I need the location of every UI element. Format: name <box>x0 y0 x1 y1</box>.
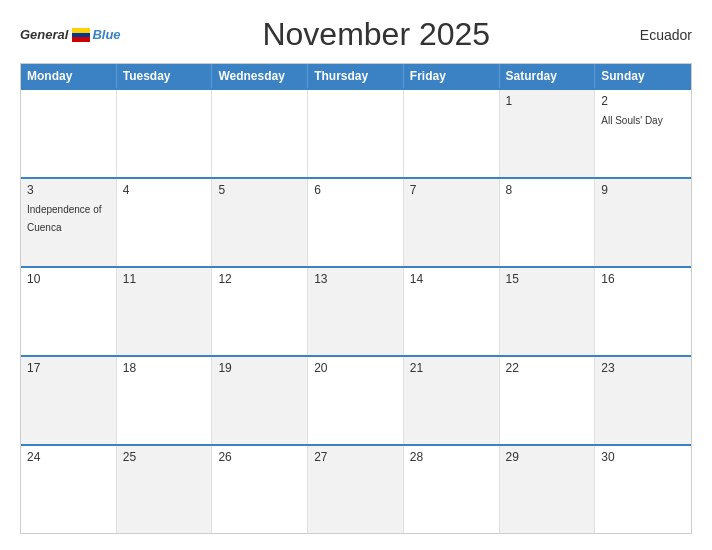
weekday-header: Thursday <box>308 64 404 88</box>
day-event: All Souls' Day <box>601 115 662 126</box>
calendar-body: 12All Souls' Day3Independence ofCuenca45… <box>21 88 691 533</box>
day-number: 1 <box>506 94 589 108</box>
day-number: 29 <box>506 450 589 464</box>
day-number: 30 <box>601 450 685 464</box>
day-event: Independence ofCuenca <box>27 204 102 233</box>
calendar-cell: 27 <box>308 446 404 533</box>
month-title: November 2025 <box>121 16 632 53</box>
calendar-cell: 2All Souls' Day <box>595 90 691 177</box>
calendar-cell <box>404 90 500 177</box>
day-number: 23 <box>601 361 685 375</box>
calendar-cell: 30 <box>595 446 691 533</box>
day-number: 18 <box>123 361 206 375</box>
calendar-cell: 23 <box>595 357 691 444</box>
calendar-cell: 17 <box>21 357 117 444</box>
day-number: 19 <box>218 361 301 375</box>
calendar-cell <box>308 90 404 177</box>
calendar-cell: 14 <box>404 268 500 355</box>
calendar-cell: 26 <box>212 446 308 533</box>
calendar-cell: 6 <box>308 179 404 266</box>
calendar-cell: 24 <box>21 446 117 533</box>
day-number: 25 <box>123 450 206 464</box>
day-number: 13 <box>314 272 397 286</box>
day-number: 26 <box>218 450 301 464</box>
day-number: 24 <box>27 450 110 464</box>
calendar-cell: 11 <box>117 268 213 355</box>
calendar-week: 17181920212223 <box>21 355 691 444</box>
calendar-cell: 7 <box>404 179 500 266</box>
weekday-header: Friday <box>404 64 500 88</box>
logo-flag-icon <box>72 28 90 42</box>
calendar-week: 24252627282930 <box>21 444 691 533</box>
weekday-header: Wednesday <box>212 64 308 88</box>
weekday-header: Tuesday <box>117 64 213 88</box>
calendar-cell: 25 <box>117 446 213 533</box>
calendar-cell: 9 <box>595 179 691 266</box>
day-number: 6 <box>314 183 397 197</box>
day-number: 7 <box>410 183 493 197</box>
day-number: 15 <box>506 272 589 286</box>
calendar-cell: 28 <box>404 446 500 533</box>
calendar-cell: 13 <box>308 268 404 355</box>
day-number: 9 <box>601 183 685 197</box>
day-number: 28 <box>410 450 493 464</box>
calendar-cell: 16 <box>595 268 691 355</box>
calendar-page: General Blue November 2025 Ecuador Monda… <box>0 0 712 550</box>
calendar-cell <box>21 90 117 177</box>
day-number: 3 <box>27 183 110 197</box>
day-number: 8 <box>506 183 589 197</box>
day-number: 2 <box>601 94 685 108</box>
calendar-week: 10111213141516 <box>21 266 691 355</box>
day-number: 17 <box>27 361 110 375</box>
day-number: 27 <box>314 450 397 464</box>
logo-blue: Blue <box>92 27 120 42</box>
weekday-header: Monday <box>21 64 117 88</box>
calendar-cell: 21 <box>404 357 500 444</box>
day-number: 5 <box>218 183 301 197</box>
calendar-cell: 18 <box>117 357 213 444</box>
calendar-cell: 29 <box>500 446 596 533</box>
svg-rect-2 <box>72 37 90 42</box>
calendar-cell <box>212 90 308 177</box>
day-number: 16 <box>601 272 685 286</box>
day-number: 21 <box>410 361 493 375</box>
calendar-cell: 5 <box>212 179 308 266</box>
calendar-cell: 4 <box>117 179 213 266</box>
calendar-header: MondayTuesdayWednesdayThursdayFridaySatu… <box>21 64 691 88</box>
svg-rect-0 <box>72 28 90 33</box>
calendar-cell: 22 <box>500 357 596 444</box>
calendar-cell: 12 <box>212 268 308 355</box>
calendar-cell: 1 <box>500 90 596 177</box>
svg-rect-1 <box>72 33 90 37</box>
day-number: 22 <box>506 361 589 375</box>
day-number: 20 <box>314 361 397 375</box>
page-header: General Blue November 2025 Ecuador <box>20 16 692 53</box>
calendar-cell: 19 <box>212 357 308 444</box>
calendar-cell: 10 <box>21 268 117 355</box>
logo-general: General <box>20 27 68 42</box>
day-number: 11 <box>123 272 206 286</box>
calendar-cell: 20 <box>308 357 404 444</box>
logo: General Blue <box>20 27 121 42</box>
calendar-cell: 3Independence ofCuenca <box>21 179 117 266</box>
calendar-cell: 8 <box>500 179 596 266</box>
calendar-week: 12All Souls' Day <box>21 88 691 177</box>
calendar-cell: 15 <box>500 268 596 355</box>
weekday-header: Saturday <box>500 64 596 88</box>
day-number: 14 <box>410 272 493 286</box>
calendar-week: 3Independence ofCuenca456789 <box>21 177 691 266</box>
day-number: 4 <box>123 183 206 197</box>
day-number: 10 <box>27 272 110 286</box>
calendar-cell <box>117 90 213 177</box>
country-label: Ecuador <box>632 27 692 43</box>
day-number: 12 <box>218 272 301 286</box>
calendar-grid: MondayTuesdayWednesdayThursdayFridaySatu… <box>20 63 692 534</box>
weekday-header: Sunday <box>595 64 691 88</box>
